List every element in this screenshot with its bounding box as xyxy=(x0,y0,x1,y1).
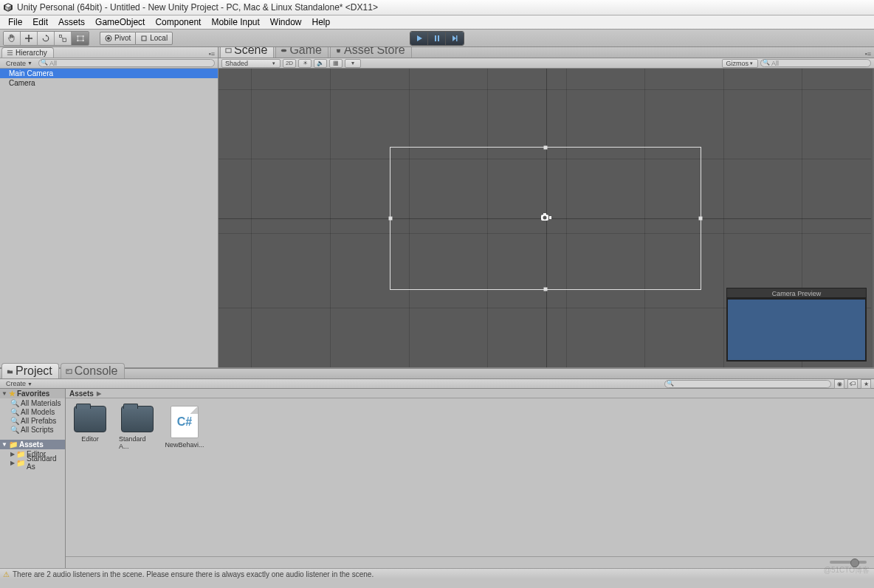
svg-rect-23 xyxy=(226,48,231,52)
hand-tool-button[interactable] xyxy=(4,32,21,45)
asset-folder-standard-assets[interactable]: Standard A... xyxy=(119,406,156,450)
favorite-label: All Models xyxy=(21,408,55,416)
project-toolbar: Create▼ ◉ 🏷 ★ xyxy=(0,379,874,389)
menu-window[interactable]: Window xyxy=(265,16,307,28)
project-console-area: Project Console Create▼ ◉ 🏷 ★ ▼★Favorite… xyxy=(0,367,874,568)
rect-tool-button[interactable] xyxy=(72,32,89,45)
filter-by-label-button[interactable]: 🏷 xyxy=(847,379,858,389)
center-tabs: Scene Game Asset Store ▪≡ xyxy=(218,47,874,58)
project-create-label: Create xyxy=(6,380,26,387)
center-panel-menu-icon[interactable]: ▪≡ xyxy=(865,50,874,58)
hierarchy-panel: Hierarchy ▪≡ Create▼ All Main Camera Cam… xyxy=(0,47,218,367)
svg-rect-26 xyxy=(543,213,546,215)
svg-marker-15 xyxy=(417,35,422,41)
gizmos-label: Gizmos xyxy=(726,60,749,67)
hierarchy-item-camera[interactable]: Camera xyxy=(0,78,218,88)
assets-root-label: Assets xyxy=(19,440,44,449)
menu-mobile-input[interactable]: Mobile Input xyxy=(206,16,264,28)
step-button[interactable] xyxy=(446,32,464,45)
scene-scrollbar[interactable] xyxy=(871,69,874,367)
rotate-tool-button[interactable] xyxy=(38,32,55,45)
favorite-all-models[interactable]: 🔍All Models xyxy=(0,407,65,416)
pause-button[interactable] xyxy=(428,32,446,45)
upper-panels: Hierarchy ▪≡ Create▼ All Main Camera Cam… xyxy=(0,47,874,367)
breadcrumb-label: Assets xyxy=(69,390,94,398)
audio-toggle-button[interactable]: 🔈 xyxy=(314,59,327,68)
hierarchy-tab[interactable]: Hierarchy xyxy=(1,47,54,58)
svg-marker-18 xyxy=(453,35,456,41)
asset-label: Editor xyxy=(81,435,99,443)
svg-rect-16 xyxy=(435,35,436,41)
scene-toolbar: Shaded▾ 2D ☀ 🔈 ▦ ▾ Gizmos▾ All xyxy=(218,58,874,69)
favorite-all-materials[interactable]: 🔍All Materials xyxy=(0,398,65,407)
asset-folder-editor[interactable]: Editor xyxy=(72,406,109,443)
project-tabs: Project Console xyxy=(0,369,874,379)
favorite-label: All Scripts xyxy=(21,426,53,434)
asset-script-newbehaviour[interactable]: C# NewBehavi... xyxy=(166,406,203,449)
thumbnail-size-slider[interactable] xyxy=(830,561,867,564)
local-button[interactable]: Local xyxy=(135,32,173,45)
panel-menu-icon[interactable]: ▪≡ xyxy=(209,50,218,58)
project-tree: ▼★Favorites 🔍All Materials 🔍All Models 🔍… xyxy=(0,389,66,568)
svg-rect-5 xyxy=(63,38,66,42)
save-search-button[interactable]: ★ xyxy=(861,379,871,389)
camera-preview-body xyxy=(726,298,867,362)
scene-view[interactable]: Camera Preview xyxy=(218,69,874,367)
assets-grid: Editor Standard A... C# NewBehavi... xyxy=(66,398,874,556)
project-search-input[interactable] xyxy=(664,380,831,388)
scene-search-input[interactable]: All xyxy=(760,59,871,67)
folder-icon xyxy=(121,406,154,432)
project-create-dropdown[interactable]: Create▼ xyxy=(3,380,35,387)
project-content: Assets▶ Editor Standard A... C# NewBehav… xyxy=(66,389,874,568)
menu-component[interactable]: Component xyxy=(150,16,206,28)
hierarchy-tab-header: Hierarchy ▪≡ xyxy=(0,47,218,58)
status-bar[interactable]: ⚠ There are 2 audio listeners in the sce… xyxy=(0,568,874,579)
csharp-script-icon: C# xyxy=(171,406,199,438)
tab-console[interactable]: Console xyxy=(61,363,125,378)
favorites-header[interactable]: ▼★Favorites xyxy=(0,389,65,398)
camera-gizmo-icon[interactable] xyxy=(539,212,552,222)
svg-rect-19 xyxy=(456,35,458,41)
scene-icon xyxy=(225,47,232,54)
shading-mode-dropdown[interactable]: Shaded▾ xyxy=(221,59,281,68)
center-panel: Scene Game Asset Store ▪≡ Shaded▾ 2D ☀ 🔈… xyxy=(218,47,874,367)
filter-by-type-button[interactable]: ◉ xyxy=(834,379,844,389)
favorites-label: Favorites xyxy=(17,390,49,398)
fx-dropdown-button[interactable]: ▾ xyxy=(345,59,361,68)
menu-edit[interactable]: Edit xyxy=(27,16,53,28)
move-tool-button[interactable] xyxy=(21,32,38,45)
window-title-bar: Unity Personal (64bit) - Untitled - New … xyxy=(0,0,874,15)
camera-preview-panel: Camera Preview xyxy=(726,288,867,362)
favorite-all-prefabs[interactable]: 🔍All Prefabs xyxy=(0,416,65,425)
asset-label: Standard A... xyxy=(119,435,156,450)
tab-project[interactable]: Project xyxy=(1,363,59,378)
tab-project-label: Project xyxy=(16,364,52,378)
tree-folder-standard-assets[interactable]: ▶📁Standard As xyxy=(0,458,65,467)
create-label: Create xyxy=(6,60,26,67)
menu-file[interactable]: File xyxy=(3,16,27,28)
play-button[interactable] xyxy=(410,32,428,45)
2d-toggle-button[interactable]: 2D xyxy=(283,59,296,68)
hierarchy-search-input[interactable]: All xyxy=(38,59,215,67)
menu-help[interactable]: Help xyxy=(307,16,336,28)
assets-root[interactable]: ▼📁Assets xyxy=(0,440,65,449)
scale-tool-button[interactable] xyxy=(55,32,72,45)
favorite-label: All Materials xyxy=(21,399,61,407)
menu-bar: File Edit Assets GameObject Component Mo… xyxy=(0,15,874,30)
gizmos-dropdown[interactable]: Gizmos▾ xyxy=(722,59,758,68)
menu-assets[interactable]: Assets xyxy=(53,16,90,28)
svg-point-10 xyxy=(77,39,78,41)
pivot-button[interactable]: Pivot xyxy=(100,32,135,45)
fx-toggle-button[interactable]: ▦ xyxy=(329,59,343,68)
svg-point-11 xyxy=(82,39,83,41)
favorite-all-scripts[interactable]: 🔍All Scripts xyxy=(0,425,65,434)
project-breadcrumb[interactable]: Assets▶ xyxy=(66,389,874,398)
hierarchy-create-dropdown[interactable]: Create▼ xyxy=(3,60,35,67)
watermark: @51CTO博客 xyxy=(824,565,870,575)
lighting-toggle-button[interactable]: ☀ xyxy=(298,59,312,68)
project-footer xyxy=(66,556,874,568)
hierarchy-item-main-camera[interactable]: Main Camera xyxy=(0,69,218,78)
playback-controls xyxy=(410,31,464,46)
menu-gameobject[interactable]: GameObject xyxy=(90,16,150,28)
project-body: ▼★Favorites 🔍All Materials 🔍All Models 🔍… xyxy=(0,389,874,568)
